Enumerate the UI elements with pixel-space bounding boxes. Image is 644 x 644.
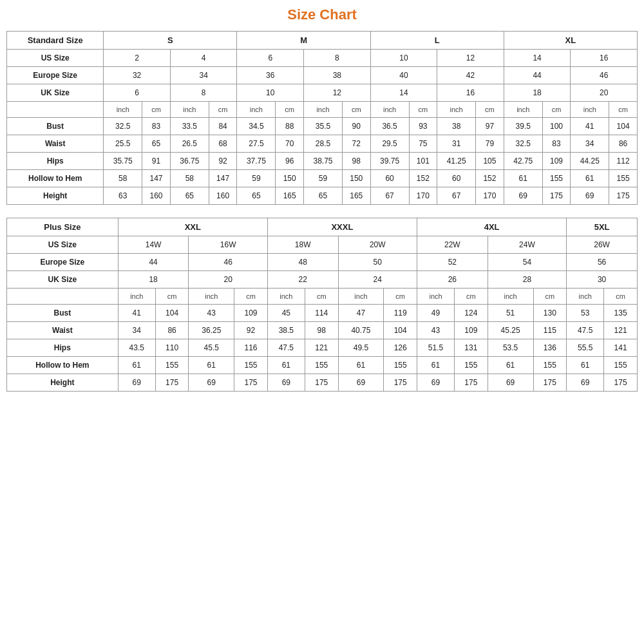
inch-label-l2: inch	[437, 102, 476, 118]
plus-uk-24: 24	[338, 271, 417, 289]
cm-label-m2: cm	[342, 102, 370, 118]
plus-hips-label: Hips	[7, 339, 118, 357]
plus-us-16w: 16W	[189, 236, 267, 254]
4xl-header: 4XL	[417, 218, 567, 236]
s-header: S	[104, 32, 237, 50]
hips-row: Hips 35.75 91 36.75 92 37.75 96 38.75 98…	[7, 153, 638, 170]
plus-inch-4: inch	[338, 289, 384, 305]
plus-eu-46: 46	[189, 254, 267, 271]
page-title: Size Chart	[6, 6, 638, 23]
plus-cm-7: cm	[604, 289, 638, 305]
uk-20: 20	[571, 84, 638, 102]
plus-height-label: Height	[7, 374, 118, 392]
us-6: 6	[237, 50, 304, 67]
plus-us-24w: 24W	[488, 236, 566, 254]
inch-label-xl2: inch	[571, 102, 609, 118]
uk-16: 16	[437, 84, 504, 102]
plus-eu-48: 48	[267, 254, 338, 271]
plus-eu-52: 52	[417, 254, 488, 271]
plus-hollow-to-hem-row: Hollow to Hem 61 155 61 155 61 155 61 15…	[7, 357, 638, 374]
plus-inch-2: inch	[189, 289, 234, 305]
hips-label: Hips	[7, 153, 104, 170]
eu-40: 40	[370, 67, 437, 84]
plus-uk-26: 26	[417, 271, 488, 289]
plus-inch-7: inch	[567, 289, 604, 305]
m-header: M	[237, 32, 370, 50]
cm-label-s1: cm	[142, 102, 171, 118]
plus-us-14w: 14W	[118, 236, 189, 254]
plus-hollow-to-hem-label: Hollow to Hem	[7, 357, 118, 374]
plus-uk-30: 30	[567, 271, 638, 289]
plus-cm-6: cm	[533, 289, 567, 305]
uk-6: 6	[104, 84, 171, 102]
plus-eu-56: 56	[567, 254, 638, 271]
plus-eu-54: 54	[488, 254, 566, 271]
us-16: 16	[571, 50, 638, 67]
plus-inch-3: inch	[267, 289, 305, 305]
plus-size-label: Plus Size	[7, 218, 118, 236]
plus-inch-6: inch	[488, 289, 533, 305]
us-14: 14	[504, 50, 571, 67]
plus-waist-row: Waist 34 86 36.25 92 38.5 98 40.75 104 4…	[7, 322, 638, 339]
eu-46: 46	[571, 67, 638, 84]
plus-uk-18: 18	[118, 271, 189, 289]
us-12: 12	[437, 50, 504, 67]
cm-label-xl1: cm	[542, 102, 571, 118]
uk-10: 10	[237, 84, 304, 102]
plus-height-row: Height 69 175 69 175 69 175 69 175 69 17…	[7, 374, 638, 392]
uk-8: 8	[170, 84, 237, 102]
plus-inch-1: inch	[118, 289, 155, 305]
uk-14: 14	[370, 84, 437, 102]
plus-cm-3: cm	[305, 289, 338, 305]
us-2: 2	[104, 50, 171, 67]
plus-waist-label: Waist	[7, 322, 118, 339]
plus-us-20w: 20W	[338, 236, 417, 254]
l-header: L	[370, 32, 504, 50]
eu-36: 36	[237, 67, 304, 84]
bust-row: Bust 32.5 83 33.5 84 34.5 88 35.5 90 36.…	[7, 118, 638, 135]
plus-us-26w: 26W	[567, 236, 638, 254]
us-4: 4	[170, 50, 237, 67]
uk-12: 12	[304, 84, 371, 102]
standard-size-label: Standard Size	[7, 32, 104, 50]
5xl-header: 5XL	[567, 218, 638, 236]
uk-18: 18	[504, 84, 571, 102]
plus-europe-size-label: Europe Size	[7, 254, 118, 271]
us-10: 10	[370, 50, 437, 67]
plus-us-size-label: US Size	[7, 236, 118, 254]
xxxl-header: XXXL	[267, 218, 417, 236]
eu-34: 34	[170, 67, 237, 84]
uk-size-label: UK Size	[7, 84, 104, 102]
waist-row: Waist 25.5 65 26.5 68 27.5 70 28.5 72 29…	[7, 135, 638, 153]
eu-44: 44	[504, 67, 571, 84]
plus-eu-50: 50	[338, 254, 417, 271]
inch-label-s1: inch	[104, 102, 142, 118]
plus-cm-5: cm	[455, 289, 488, 305]
cm-label-m1: cm	[276, 102, 304, 118]
us-8: 8	[304, 50, 371, 67]
plus-cm-1: cm	[155, 289, 189, 305]
plus-bust-row: Bust 41 104 43 109 45 114 47 119 49 124 …	[7, 305, 638, 322]
cm-label-xl2: cm	[609, 102, 638, 118]
plus-uk-28: 28	[488, 271, 566, 289]
xl-header: XL	[504, 32, 637, 50]
plus-table: Plus Size XXL XXXL 4XL 5XL US Size 14W 1…	[6, 218, 638, 392]
hollow-to-hem-row: Hollow to Hem 58 147 58 147 59 150 59 15…	[7, 170, 638, 187]
eu-38: 38	[304, 67, 371, 84]
plus-uk-22: 22	[267, 271, 338, 289]
plus-uk-size-label: UK Size	[7, 271, 118, 289]
plus-us-22w: 22W	[417, 236, 488, 254]
xxl-header: XXL	[118, 218, 267, 236]
waist-label: Waist	[7, 135, 104, 153]
us-size-label: US Size	[7, 50, 104, 67]
plus-us-18w: 18W	[267, 236, 338, 254]
height-row-standard: Height 63 160 65 160 65 165 65 165 67 17…	[7, 187, 638, 205]
standard-table: Standard Size S M L XL US Size 2 4 6 8 1…	[6, 31, 638, 205]
inch-label-l1: inch	[370, 102, 409, 118]
inch-label-m1: inch	[237, 102, 276, 118]
cm-label-l1: cm	[409, 102, 437, 118]
inch-label-xl1: inch	[504, 102, 542, 118]
plus-cm-2: cm	[234, 289, 268, 305]
inch-label-s2: inch	[170, 102, 209, 118]
hollow-to-hem-label: Hollow to Hem	[7, 170, 104, 187]
